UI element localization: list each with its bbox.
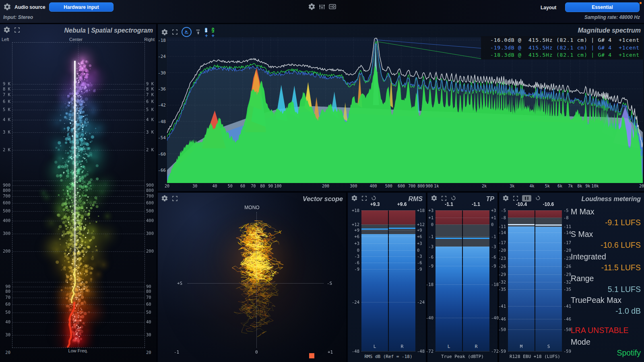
vec-tick-plus1: +1 [328,350,333,355]
channel-label: R [463,344,489,349]
nebula-gridline [12,287,144,287]
stat-label-range: Range [571,274,641,283]
freq-tick: 900 [425,184,433,188]
db-tick: -24 [158,54,166,59]
tp-panel: TP -1.1-1.1 +3+10-1-3-6-9-18-40-72 LR +3… [427,193,497,362]
freq-tick: 6k [557,184,562,188]
rms-gear-icon[interactable] [351,195,358,202]
add-overlay-1-icon[interactable]: + [205,34,208,38]
hardware-input-button[interactable]: Hardware input [49,2,114,12]
nebula-freq-label: 90 [0,284,10,289]
meter-scale-tick: -23 [498,256,506,261]
nebula-gridline [12,322,144,323]
nebula-freq-label: 6 K [146,99,157,104]
channel-label: S [535,344,562,349]
meter-scale-tick: +3 [354,241,359,246]
rms-meters: LR [361,210,415,351]
tp-fullscreen-icon[interactable] [441,195,447,201]
nebula-freq-label: 3 K [0,130,10,134]
settings-gear-icon[interactable] [308,3,316,10]
freq-tick: 80 [260,184,265,188]
nebula-freq-label: 900 [0,183,10,187]
meter-scale-tick: -18 [491,282,499,287]
freq-tick: 800 [417,184,425,188]
freq-tick: 200 [322,184,329,188]
nebula-center-label: Center [69,37,83,42]
spectrum-fullscreen-icon[interactable] [172,29,178,35]
nebula-freq-label: 700 [146,193,157,198]
meter-scale-tick: -3 [417,254,422,259]
nebula-freq-label: 40 [146,319,157,324]
nebula-gear-icon[interactable] [3,26,10,33]
freeze-arrow-icon[interactable] [195,29,201,35]
nebula-freq-label: 700 [0,193,10,198]
nebula-gridline [12,120,144,120]
io-icon[interactable] [328,3,337,10]
audio-source-gear-icon[interactable] [3,3,11,11]
meter-scale-tick: -32 [564,280,571,284]
meter-scale-tick: -6 [491,255,496,259]
nebula-gridline [12,292,144,292]
meter-scale-tick: -17 [498,240,506,245]
nebula-gridline [12,132,144,133]
meter-scale-tick: -72 [426,349,433,354]
spectrum-gear-icon[interactable] [161,29,168,36]
meter-scale-tick: -29 [564,272,571,277]
freq-tick: 700 [408,184,415,188]
meter-scale-tick: -14 [498,230,506,235]
nebula-freq-label: 4 K [146,117,157,122]
loudness-reset-icon[interactable] [535,195,541,201]
meter-scale-tick: -9 [491,263,496,268]
nebula-fullscreen-icon[interactable] [14,27,20,33]
essential-button[interactable]: Essential [565,2,640,12]
overlay-badge-1[interactable]: 1 + [205,26,208,38]
meter-scale-tick: -6 [428,255,433,259]
tp-gear-icon[interactable] [431,195,438,202]
live-button[interactable]: ▶ live [182,27,192,37]
meter-scale-tick: -9 [354,267,359,272]
mode-value: Spotify [571,348,641,358]
nebula-bottom-label: Low Freq. [0,348,156,353]
stat-value-smax: -10.6 LUFS [571,241,641,250]
loudness-meters: MS [508,210,562,351]
nebula-gridline [12,102,144,102]
rms-reset-icon[interactable] [371,195,377,201]
loudness-pause-icon[interactable] [522,195,531,202]
loudness-stats: M Max -9.1 LUFS S Max -10.6 LUFS Integra… [571,193,642,362]
meter-scale-tick: -11 [498,224,506,229]
stat-label-mmax: M Max [571,207,641,216]
meter-scale-tick: -48 [417,349,425,354]
meter-scale-tick: +18 [352,208,359,213]
channel-label: M [508,344,535,349]
nebula-gridline [12,185,144,186]
nebula-gridline [12,211,144,212]
db-tick: -48 [158,119,166,124]
loudness-gear-icon[interactable] [502,195,509,202]
meter-scale-tick: -46 [564,317,571,321]
nebula-freq-label: 200 [146,249,157,253]
notification-dot [640,2,642,4]
vectorscope-vertical-axis [256,212,257,348]
loudness-fullscreen-icon[interactable] [513,195,518,201]
tp-reset-icon[interactable] [450,195,456,201]
tp-values: -1.1-1.1 [436,202,489,207]
vectorscope-fullscreen-icon[interactable] [172,195,178,202]
channel-label: R [389,344,415,349]
stat-value-integrated: -11.5 LUFS [571,263,641,272]
nebula-gridline [12,196,144,197]
db-tick: -18 [158,38,166,43]
freq-tick: 30 [192,184,197,188]
overlay-badge-2[interactable]: 2 + [212,26,215,38]
rms-fullscreen-icon[interactable] [361,195,367,201]
vectorscope-gear-icon[interactable] [161,195,168,202]
nebula-right-label: Right [144,37,155,42]
stat-label-truepeak: TruePeak Max [571,296,641,305]
nebula-freq-label: 4 K [0,117,10,122]
faders-icon[interactable] [318,3,326,10]
add-overlay-2-icon[interactable]: + [212,34,215,38]
meter-scale-tick: -3 [428,244,433,249]
meter-scale-tick: +1 [491,215,496,220]
readout-line-3: -18.3dB @ 415.5Hz (82.1 cm) | G# 4 +1cen… [481,51,640,59]
nebula-freq-label: 600 [146,200,157,205]
nebula-gridline [12,221,144,221]
